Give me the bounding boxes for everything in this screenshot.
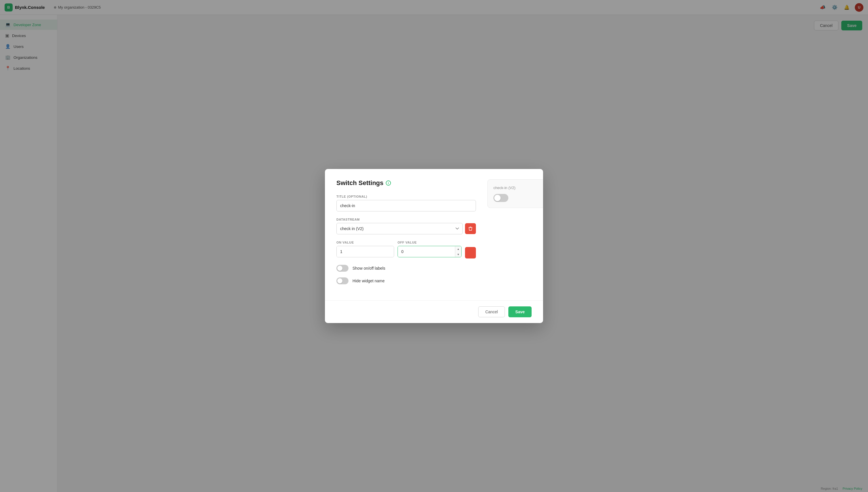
- delete-datastream-button[interactable]: [465, 223, 476, 234]
- cancel-button[interactable]: Cancel: [478, 306, 505, 317]
- off-value-group: OFF VALUE ▲ ▼: [397, 241, 462, 257]
- off-value-input[interactable]: [398, 246, 455, 257]
- datastream-row: check in (V2): [336, 223, 476, 235]
- info-icon[interactable]: i: [386, 180, 391, 186]
- datastream-field-group: Datastream check in (V2): [336, 218, 476, 235]
- show-labels-toggle[interactable]: [336, 265, 348, 272]
- on-value-group: ON VALUE: [336, 241, 394, 257]
- preview-toggle: [493, 194, 508, 202]
- switch-settings-modal: Switch Settings i TITLE (OPTIONAL) Datas…: [325, 169, 543, 323]
- preview-title: check-in (V2): [493, 185, 543, 190]
- preview-card: check-in (V2): [487, 179, 543, 208]
- off-value-spinners: ▲ ▼: [455, 246, 461, 257]
- on-value-wrap: [336, 246, 394, 257]
- save-button[interactable]: Save: [508, 306, 532, 317]
- off-value-label: OFF VALUE: [397, 241, 462, 244]
- hide-name-label: Hide widget name: [353, 278, 385, 283]
- preview-panel: check-in (V2): [487, 179, 543, 290]
- modal-form: Switch Settings i TITLE (OPTIONAL) Datas…: [336, 179, 476, 290]
- on-value-label: ON VALUE: [336, 241, 394, 244]
- spinner-up-button[interactable]: ▲: [455, 246, 461, 252]
- hide-name-toggle[interactable]: [336, 277, 348, 284]
- off-value-wrap: ▲ ▼: [397, 246, 462, 257]
- modal-title: Switch Settings i: [336, 179, 476, 187]
- on-value-input[interactable]: [337, 246, 394, 257]
- title-input[interactable]: [336, 200, 476, 212]
- spinner-down-button[interactable]: ▼: [455, 252, 461, 257]
- hide-name-toggle-row: Hide widget name: [336, 277, 476, 284]
- modal-body: Switch Settings i TITLE (OPTIONAL) Datas…: [325, 169, 543, 300]
- title-field-label: TITLE (OPTIONAL): [336, 195, 476, 198]
- modal-footer: Cancel Save: [325, 300, 543, 323]
- title-field-group: TITLE (OPTIONAL): [336, 195, 476, 212]
- off-color-button[interactable]: [465, 247, 476, 259]
- datastream-select[interactable]: check in (V2): [336, 223, 463, 235]
- trash-icon: [468, 226, 473, 231]
- show-labels-toggle-row: Show on/off labels: [336, 265, 476, 272]
- datastream-label: Datastream: [336, 218, 476, 221]
- modal-overlay: Switch Settings i TITLE (OPTIONAL) Datas…: [0, 0, 868, 492]
- show-labels-label: Show on/off labels: [353, 266, 385, 271]
- value-row: ON VALUE OFF VALUE ▲ ▼: [336, 241, 476, 259]
